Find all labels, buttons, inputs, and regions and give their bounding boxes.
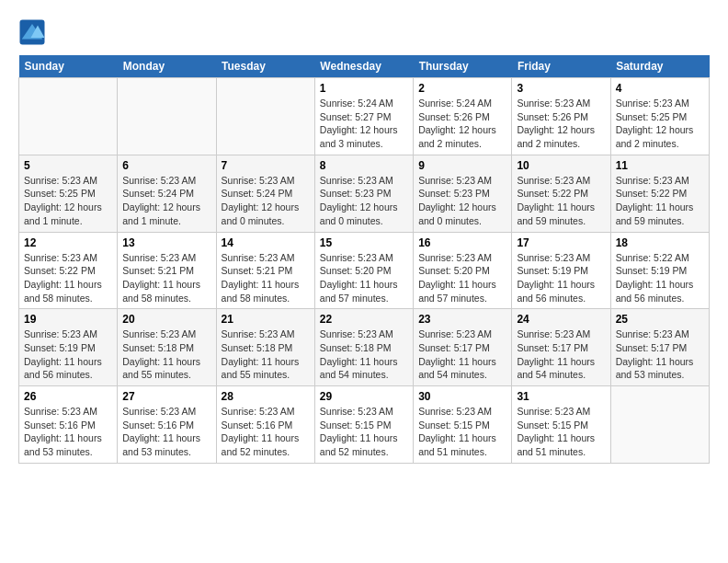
day-cell: 3Sunrise: 5:23 AMSunset: 5:26 PMDaylight…	[512, 78, 610, 155]
week-row-2: 5Sunrise: 5:23 AMSunset: 5:25 PMDaylight…	[19, 155, 710, 232]
header-day-monday: Monday	[118, 55, 216, 78]
day-number: 21	[222, 313, 310, 326]
day-cell: 12Sunrise: 5:23 AMSunset: 5:22 PMDayligh…	[19, 232, 118, 309]
day-cell: 13Sunrise: 5:23 AMSunset: 5:21 PMDayligh…	[118, 232, 216, 309]
day-info: Sunrise: 5:23 AMSunset: 5:15 PMDaylight:…	[418, 405, 506, 459]
day-number: 29	[320, 390, 408, 403]
day-info: Sunrise: 5:23 AMSunset: 5:17 PMDaylight:…	[418, 327, 506, 382]
day-number: 2	[418, 82, 506, 95]
day-cell: 23Sunrise: 5:23 AMSunset: 5:17 PMDayligh…	[414, 309, 512, 386]
day-cell: 4Sunrise: 5:23 AMSunset: 5:25 PMDaylight…	[610, 78, 709, 155]
day-info: Sunrise: 5:23 AMSunset: 5:24 PMDaylight:…	[222, 174, 310, 228]
day-info: Sunrise: 5:23 AMSunset: 5:17 PMDaylight:…	[517, 327, 605, 382]
day-cell: 1Sunrise: 5:24 AMSunset: 5:27 PMDaylight…	[314, 78, 413, 155]
day-info: Sunrise: 5:23 AMSunset: 5:19 PMDaylight:…	[517, 251, 605, 305]
day-info: Sunrise: 5:23 AMSunset: 5:26 PMDaylight:…	[517, 97, 605, 151]
day-number: 25	[616, 313, 704, 326]
day-info: Sunrise: 5:23 AMSunset: 5:23 PMDaylight:…	[320, 174, 408, 228]
day-number: 30	[418, 390, 506, 403]
day-info: Sunrise: 5:23 AMSunset: 5:18 PMDaylight:…	[222, 327, 310, 382]
day-info: Sunrise: 5:23 AMSunset: 5:21 PMDaylight:…	[122, 251, 210, 305]
day-cell: 31Sunrise: 5:23 AMSunset: 5:15 PMDayligh…	[512, 386, 610, 464]
day-info: Sunrise: 5:23 AMSunset: 5:21 PMDaylight:…	[222, 251, 310, 305]
day-cell	[216, 78, 314, 155]
day-info: Sunrise: 5:23 AMSunset: 5:19 PMDaylight:…	[24, 327, 112, 382]
day-cell: 5Sunrise: 5:23 AMSunset: 5:25 PMDaylight…	[19, 155, 118, 232]
day-cell: 11Sunrise: 5:23 AMSunset: 5:22 PMDayligh…	[610, 155, 709, 232]
day-cell: 6Sunrise: 5:23 AMSunset: 5:24 PMDaylight…	[118, 155, 216, 232]
day-cell: 26Sunrise: 5:23 AMSunset: 5:16 PMDayligh…	[19, 386, 118, 464]
day-number: 23	[418, 313, 506, 326]
day-number: 15	[320, 236, 408, 249]
day-cell: 24Sunrise: 5:23 AMSunset: 5:17 PMDayligh…	[512, 309, 610, 386]
day-cell: 21Sunrise: 5:23 AMSunset: 5:18 PMDayligh…	[216, 309, 314, 386]
week-row-1: 1Sunrise: 5:24 AMSunset: 5:27 PMDaylight…	[19, 78, 710, 155]
day-info: Sunrise: 5:23 AMSunset: 5:25 PMDaylight:…	[616, 97, 704, 151]
day-cell: 20Sunrise: 5:23 AMSunset: 5:18 PMDayligh…	[118, 309, 216, 386]
calendar-body: 1Sunrise: 5:24 AMSunset: 5:27 PMDaylight…	[19, 78, 710, 464]
day-info: Sunrise: 5:23 AMSunset: 5:20 PMDaylight:…	[418, 251, 506, 305]
day-cell: 10Sunrise: 5:23 AMSunset: 5:22 PMDayligh…	[512, 155, 610, 232]
day-info: Sunrise: 5:23 AMSunset: 5:15 PMDaylight:…	[320, 405, 408, 459]
header-day-sunday: Sunday	[19, 55, 118, 78]
day-cell: 29Sunrise: 5:23 AMSunset: 5:15 PMDayligh…	[314, 386, 413, 464]
day-cell: 22Sunrise: 5:23 AMSunset: 5:18 PMDayligh…	[314, 309, 413, 386]
day-number: 10	[517, 159, 605, 172]
day-number: 20	[122, 313, 210, 326]
day-info: Sunrise: 5:22 AMSunset: 5:19 PMDaylight:…	[616, 251, 704, 305]
day-info: Sunrise: 5:23 AMSunset: 5:20 PMDaylight:…	[320, 251, 408, 305]
week-row-5: 26Sunrise: 5:23 AMSunset: 5:16 PMDayligh…	[19, 386, 710, 464]
day-cell: 9Sunrise: 5:23 AMSunset: 5:23 PMDaylight…	[414, 155, 512, 232]
day-cell: 7Sunrise: 5:23 AMSunset: 5:24 PMDaylight…	[216, 155, 314, 232]
week-row-3: 12Sunrise: 5:23 AMSunset: 5:22 PMDayligh…	[19, 232, 710, 309]
day-info: Sunrise: 5:23 AMSunset: 5:18 PMDaylight:…	[122, 327, 210, 382]
logo	[18, 18, 50, 46]
day-number: 19	[24, 313, 112, 326]
day-number: 18	[616, 236, 704, 249]
page-header	[18, 18, 710, 46]
calendar-header: SundayMondayTuesdayWednesdayThursdayFrid…	[19, 55, 710, 78]
day-number: 8	[320, 159, 408, 172]
day-cell: 27Sunrise: 5:23 AMSunset: 5:16 PMDayligh…	[118, 386, 216, 464]
day-info: Sunrise: 5:24 AMSunset: 5:26 PMDaylight:…	[418, 97, 506, 151]
day-info: Sunrise: 5:23 AMSunset: 5:23 PMDaylight:…	[418, 174, 506, 228]
day-number: 17	[517, 236, 605, 249]
day-info: Sunrise: 5:24 AMSunset: 5:27 PMDaylight:…	[320, 97, 408, 151]
day-number: 24	[517, 313, 605, 326]
day-number: 9	[418, 159, 506, 172]
logo-icon	[18, 18, 46, 46]
header-day-saturday: Saturday	[610, 55, 709, 78]
day-info: Sunrise: 5:23 AMSunset: 5:22 PMDaylight:…	[517, 174, 605, 228]
day-number: 13	[122, 236, 210, 249]
day-number: 4	[616, 82, 704, 95]
day-info: Sunrise: 5:23 AMSunset: 5:15 PMDaylight:…	[517, 405, 605, 459]
day-cell: 15Sunrise: 5:23 AMSunset: 5:20 PMDayligh…	[314, 232, 413, 309]
day-info: Sunrise: 5:23 AMSunset: 5:22 PMDaylight:…	[616, 174, 704, 228]
day-cell	[610, 386, 709, 464]
day-info: Sunrise: 5:23 AMSunset: 5:22 PMDaylight:…	[24, 251, 112, 305]
day-number: 12	[24, 236, 112, 249]
header-day-tuesday: Tuesday	[216, 55, 314, 78]
day-cell: 16Sunrise: 5:23 AMSunset: 5:20 PMDayligh…	[414, 232, 512, 309]
day-number: 26	[24, 390, 112, 403]
day-number: 31	[517, 390, 605, 403]
header-day-thursday: Thursday	[414, 55, 512, 78]
day-number: 16	[418, 236, 506, 249]
day-number: 3	[517, 82, 605, 95]
day-cell: 28Sunrise: 5:23 AMSunset: 5:16 PMDayligh…	[216, 386, 314, 464]
day-info: Sunrise: 5:23 AMSunset: 5:25 PMDaylight:…	[24, 174, 112, 228]
day-info: Sunrise: 5:23 AMSunset: 5:18 PMDaylight:…	[320, 327, 408, 382]
day-cell: 19Sunrise: 5:23 AMSunset: 5:19 PMDayligh…	[19, 309, 118, 386]
day-info: Sunrise: 5:23 AMSunset: 5:17 PMDaylight:…	[616, 327, 704, 382]
day-info: Sunrise: 5:23 AMSunset: 5:16 PMDaylight:…	[222, 405, 310, 459]
day-number: 14	[222, 236, 310, 249]
day-number: 11	[616, 159, 704, 172]
day-number: 22	[320, 313, 408, 326]
day-info: Sunrise: 5:23 AMSunset: 5:16 PMDaylight:…	[24, 405, 112, 459]
header-day-friday: Friday	[512, 55, 610, 78]
day-cell: 25Sunrise: 5:23 AMSunset: 5:17 PMDayligh…	[610, 309, 709, 386]
day-cell: 30Sunrise: 5:23 AMSunset: 5:15 PMDayligh…	[414, 386, 512, 464]
calendar-table: SundayMondayTuesdayWednesdayThursdayFrid…	[18, 55, 710, 464]
day-info: Sunrise: 5:23 AMSunset: 5:24 PMDaylight:…	[122, 174, 210, 228]
day-number: 5	[24, 159, 112, 172]
